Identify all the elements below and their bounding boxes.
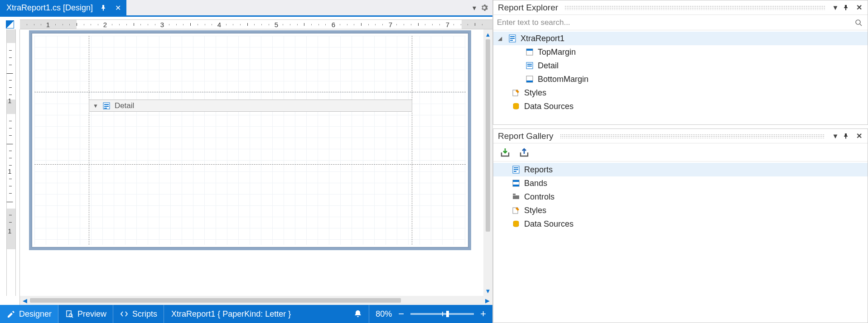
v-scroll-thumb[interactable]: [486, 39, 490, 232]
status-bar: Designer Preview Scripts XtraReport1 { P…: [0, 305, 492, 323]
chevron-down-icon[interactable]: ▼: [93, 103, 98, 109]
document-tabbar: XtraReport1.cs [Design] ✕ ▾: [0, 0, 492, 17]
svg-rect-24: [514, 169, 518, 170]
ruler-tick-2: 2: [101, 20, 110, 29]
svg-line-8: [860, 24, 862, 26]
tab-designer[interactable]: Designer: [0, 305, 58, 323]
database-icon: [511, 219, 521, 228]
scroll-left-icon[interactable]: ◀: [20, 297, 30, 304]
gallery-node-reports[interactable]: Reports: [493, 163, 868, 176]
tab-preview[interactable]: Preview: [58, 305, 113, 323]
panel-grip[interactable]: [560, 134, 825, 138]
close-icon[interactable]: ✕: [114, 4, 122, 12]
gallery-node-styles[interactable]: Styles: [493, 204, 868, 217]
explorer-search: [493, 15, 868, 30]
svg-rect-19: [526, 81, 533, 82]
svg-rect-16: [527, 64, 532, 65]
horizontal-scrollbar[interactable]: ◀ ▶: [20, 296, 492, 305]
report-gallery-panel: Report Gallery ▼ ✕: [493, 128, 868, 323]
styles-icon: [511, 206, 521, 215]
tree-node-detail[interactable]: Detail: [493, 59, 868, 72]
right-margin-guide[interactable]: [412, 36, 412, 245]
pin-icon[interactable]: [843, 133, 851, 139]
svg-line-6: [72, 317, 73, 318]
zoom-value: 80%: [376, 309, 392, 319]
search-icon[interactable]: [853, 19, 864, 26]
zoom-control: 80% − +: [369, 305, 492, 323]
pin-icon[interactable]: [843, 5, 851, 10]
close-icon[interactable]: ✕: [855, 3, 863, 12]
tree-node-datasources[interactable]: Data Sources: [493, 100, 868, 113]
svg-rect-23: [514, 167, 518, 168]
status-report-info: XtraReport1 { PaperKind: Letter }: [171, 309, 291, 319]
report-gallery-title: Report Gallery: [498, 131, 554, 141]
scripts-icon: [120, 309, 129, 318]
tree-node-bottommargin[interactable]: BottomMargin: [493, 72, 868, 86]
report-icon: [508, 34, 517, 43]
svg-rect-29: [513, 195, 519, 199]
svg-point-7: [856, 20, 860, 24]
scroll-right-icon[interactable]: ▶: [482, 297, 492, 304]
svg-rect-27: [513, 180, 519, 182]
svg-rect-1: [104, 104, 109, 105]
document-tab-active[interactable]: XtraReport1.cs [Design] ✕: [0, 0, 126, 15]
close-icon[interactable]: ✕: [855, 132, 863, 140]
detail-band-icon: [102, 101, 111, 110]
dropdown-icon[interactable]: ▾: [473, 4, 476, 12]
tab-scripts[interactable]: Scripts: [113, 305, 164, 323]
left-margin-guide[interactable]: [89, 36, 89, 245]
svg-rect-25: [514, 171, 516, 172]
topmargin-boundary[interactable]: [34, 92, 466, 92]
ruler-tick-4: 4: [215, 20, 224, 29]
gallery-node-bands[interactable]: Bands: [493, 176, 868, 190]
report-explorer-panel: Report Explorer ▼ ✕ ◢: [493, 0, 868, 125]
ruler-tick-6: 6: [329, 20, 338, 29]
band-icon: [525, 61, 534, 70]
band-icon: [525, 75, 534, 84]
detail-band-header[interactable]: ▼ Detail: [89, 100, 412, 112]
zoom-thumb[interactable]: [446, 311, 449, 317]
preview-icon: [65, 309, 74, 318]
zoom-out-button[interactable]: −: [398, 309, 404, 319]
panel-grip[interactable]: [564, 5, 825, 10]
vertical-scrollbar[interactable]: ▲ ▼: [483, 29, 492, 296]
svg-rect-28: [513, 185, 519, 186]
detail-band-label: Detail: [115, 101, 134, 110]
bell-icon[interactable]: [353, 309, 362, 318]
controls-icon: [511, 192, 521, 201]
zoom-slider[interactable]: [410, 313, 474, 315]
svg-rect-10: [510, 36, 515, 37]
gallery-node-controls[interactable]: Controls: [493, 190, 868, 204]
bands-icon: [511, 179, 521, 188]
gallery-node-datasources[interactable]: Data Sources: [493, 217, 868, 231]
vertical-ruler[interactable]: — 1 — 1 — 1: [0, 29, 20, 305]
panel-dropdown-icon[interactable]: ▼: [831, 4, 839, 11]
explorer-tree: ◢ XtraReport1 TopMargin Detai: [493, 30, 868, 114]
tree-node-report[interactable]: ◢ XtraReport1: [493, 32, 868, 45]
designer-icon: [6, 309, 15, 318]
export-icon[interactable]: [519, 147, 530, 158]
svg-rect-17: [527, 66, 532, 66]
import-icon[interactable]: [500, 147, 511, 158]
report-icon: [511, 165, 521, 174]
ruler-tick-5: 5: [272, 20, 281, 29]
zoom-in-button[interactable]: +: [480, 309, 486, 319]
detail-bottom-boundary[interactable]: [34, 164, 466, 165]
report-paper[interactable]: ▼ Detail: [29, 30, 471, 250]
h-scroll-thumb[interactable]: [30, 298, 401, 303]
database-icon: [511, 102, 521, 111]
tree-node-styles[interactable]: Styles: [493, 86, 868, 100]
gear-icon[interactable]: [481, 4, 488, 11]
scroll-down-icon[interactable]: ▼: [485, 286, 491, 296]
expand-icon[interactable]: ◢: [498, 35, 504, 42]
svg-rect-14: [526, 49, 533, 51]
pin-icon[interactable]: [99, 5, 107, 11]
panel-dropdown-icon[interactable]: ▼: [831, 132, 839, 140]
gallery-tree: Reports Bands Controls: [493, 162, 868, 232]
styles-icon: [511, 88, 521, 97]
explorer-search-input[interactable]: [497, 18, 853, 27]
ruler-corner[interactable]: [0, 19, 20, 29]
horizontal-ruler[interactable]: 1 2 3 4 5 6 7 7 [20,36,52,78,94,110,125,…: [20, 19, 492, 29]
scroll-up-icon[interactable]: ▲: [485, 29, 491, 39]
tree-node-topmargin[interactable]: TopMargin: [493, 45, 868, 59]
